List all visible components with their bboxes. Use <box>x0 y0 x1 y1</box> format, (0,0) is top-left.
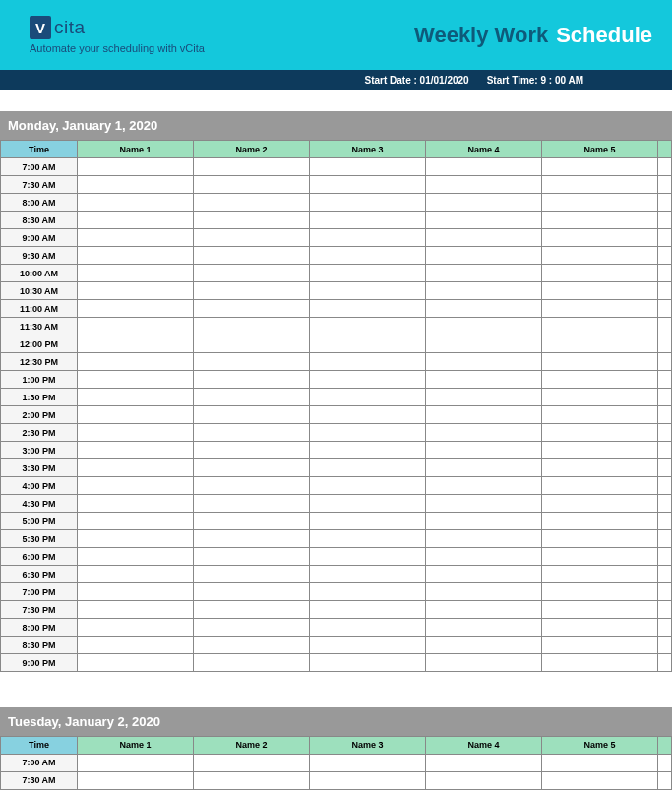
schedule-cell[interactable] <box>658 194 672 212</box>
schedule-cell[interactable] <box>194 548 310 566</box>
schedule-cell[interactable] <box>310 442 426 459</box>
schedule-cell[interactable] <box>426 771 542 789</box>
schedule-cell[interactable] <box>194 530 310 548</box>
schedule-cell[interactable] <box>658 212 672 229</box>
schedule-cell[interactable] <box>426 442 542 459</box>
schedule-cell[interactable] <box>194 265 310 282</box>
schedule-cell[interactable] <box>542 424 658 442</box>
schedule-cell[interactable] <box>658 389 672 406</box>
schedule-cell[interactable] <box>542 282 658 300</box>
schedule-cell[interactable] <box>310 406 426 424</box>
schedule-cell[interactable] <box>542 566 658 583</box>
schedule-cell[interactable] <box>542 265 658 282</box>
schedule-cell[interactable] <box>542 601 658 619</box>
schedule-cell[interactable] <box>194 459 310 477</box>
schedule-cell[interactable] <box>194 619 310 637</box>
schedule-cell[interactable] <box>78 566 194 583</box>
schedule-cell[interactable] <box>310 477 426 495</box>
schedule-cell[interactable] <box>310 318 426 335</box>
schedule-cell[interactable] <box>78 247 194 265</box>
schedule-cell[interactable] <box>194 353 310 371</box>
schedule-cell[interactable] <box>194 176 310 194</box>
schedule-cell[interactable] <box>426 247 542 265</box>
schedule-cell[interactable] <box>310 583 426 601</box>
schedule-cell[interactable] <box>310 247 426 265</box>
schedule-cell[interactable] <box>194 583 310 601</box>
schedule-cell[interactable] <box>542 513 658 530</box>
schedule-cell[interactable] <box>542 442 658 459</box>
schedule-cell[interactable] <box>310 194 426 212</box>
schedule-cell[interactable] <box>658 566 672 583</box>
schedule-cell[interactable] <box>658 335 672 353</box>
schedule-cell[interactable] <box>426 513 542 530</box>
schedule-cell[interactable] <box>658 300 672 318</box>
schedule-cell[interactable] <box>658 265 672 282</box>
schedule-cell[interactable] <box>78 158 194 176</box>
schedule-cell[interactable] <box>194 477 310 495</box>
schedule-cell[interactable] <box>658 513 672 530</box>
schedule-cell[interactable] <box>542 335 658 353</box>
schedule-cell[interactable] <box>78 194 194 212</box>
schedule-cell[interactable] <box>78 442 194 459</box>
schedule-cell[interactable] <box>310 158 426 176</box>
schedule-cell[interactable] <box>194 495 310 513</box>
schedule-cell[interactable] <box>658 229 672 247</box>
schedule-cell[interactable] <box>542 176 658 194</box>
schedule-cell[interactable] <box>658 754 672 771</box>
schedule-cell[interactable] <box>542 477 658 495</box>
schedule-cell[interactable] <box>658 442 672 459</box>
schedule-cell[interactable] <box>426 265 542 282</box>
schedule-cell[interactable] <box>310 754 426 771</box>
schedule-cell[interactable] <box>194 300 310 318</box>
schedule-cell[interactable] <box>194 654 310 672</box>
schedule-cell[interactable] <box>426 406 542 424</box>
schedule-cell[interactable] <box>542 754 658 771</box>
schedule-cell[interactable] <box>78 371 194 389</box>
schedule-cell[interactable] <box>194 371 310 389</box>
schedule-cell[interactable] <box>658 548 672 566</box>
schedule-cell[interactable] <box>78 513 194 530</box>
schedule-cell[interactable] <box>78 477 194 495</box>
schedule-cell[interactable] <box>78 335 194 353</box>
schedule-cell[interactable] <box>426 654 542 672</box>
schedule-cell[interactable] <box>542 637 658 654</box>
schedule-cell[interactable] <box>426 495 542 513</box>
schedule-cell[interactable] <box>194 754 310 771</box>
schedule-cell[interactable] <box>194 424 310 442</box>
schedule-cell[interactable] <box>78 637 194 654</box>
schedule-cell[interactable] <box>310 300 426 318</box>
schedule-cell[interactable] <box>542 619 658 637</box>
schedule-cell[interactable] <box>78 548 194 566</box>
schedule-cell[interactable] <box>78 212 194 229</box>
schedule-cell[interactable] <box>426 530 542 548</box>
schedule-cell[interactable] <box>194 637 310 654</box>
schedule-cell[interactable] <box>542 158 658 176</box>
schedule-cell[interactable] <box>310 353 426 371</box>
schedule-cell[interactable] <box>310 176 426 194</box>
schedule-cell[interactable] <box>426 566 542 583</box>
schedule-cell[interactable] <box>658 530 672 548</box>
schedule-cell[interactable] <box>658 247 672 265</box>
schedule-cell[interactable] <box>194 566 310 583</box>
schedule-cell[interactable] <box>78 619 194 637</box>
schedule-cell[interactable] <box>542 194 658 212</box>
schedule-cell[interactable] <box>194 406 310 424</box>
schedule-cell[interactable] <box>194 442 310 459</box>
schedule-cell[interactable] <box>542 530 658 548</box>
schedule-cell[interactable] <box>310 371 426 389</box>
schedule-cell[interactable] <box>542 406 658 424</box>
schedule-cell[interactable] <box>78 424 194 442</box>
schedule-cell[interactable] <box>542 771 658 789</box>
schedule-cell[interactable] <box>426 548 542 566</box>
schedule-cell[interactable] <box>426 353 542 371</box>
schedule-cell[interactable] <box>78 754 194 771</box>
schedule-cell[interactable] <box>658 495 672 513</box>
schedule-cell[interactable] <box>310 771 426 789</box>
schedule-cell[interactable] <box>658 459 672 477</box>
schedule-cell[interactable] <box>542 353 658 371</box>
schedule-cell[interactable] <box>542 548 658 566</box>
schedule-cell[interactable] <box>310 566 426 583</box>
schedule-cell[interactable] <box>658 158 672 176</box>
schedule-cell[interactable] <box>658 353 672 371</box>
schedule-cell[interactable] <box>78 353 194 371</box>
